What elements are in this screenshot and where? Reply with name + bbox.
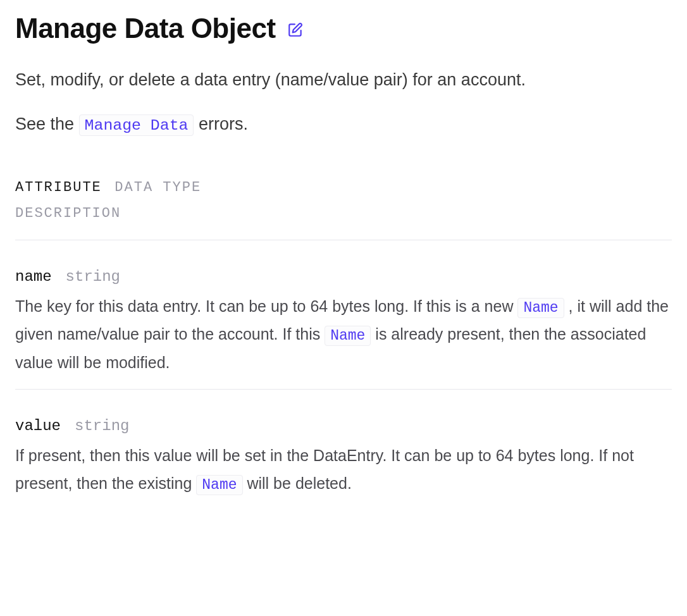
attribute-type: string <box>66 268 120 285</box>
page-title-text: Manage Data Object <box>15 13 276 44</box>
attribute-description: The key for this data entry. It can be u… <box>15 293 672 376</box>
see-errors-line: See the Manage Data errors. <box>15 114 672 134</box>
see-prefix: See the <box>15 114 79 133</box>
text-span: will be deleted. <box>243 474 352 492</box>
doc-container: Manage Data Object Set, modify, or delet… <box>0 0 687 536</box>
attribute-signature: namestring <box>15 268 672 285</box>
attribute-name: name <box>15 268 52 285</box>
edit-icon[interactable] <box>287 22 304 38</box>
page-title: Manage Data Object <box>15 13 672 44</box>
code-token: Name <box>325 326 371 346</box>
attribute-name: value <box>15 417 61 434</box>
attribute-row: valuestringIf present, then this value w… <box>15 417 672 498</box>
col-description: DESCRIPTION <box>15 200 121 227</box>
see-errors-link[interactable]: Manage Data <box>79 114 194 136</box>
code-token: Name <box>517 298 564 318</box>
text-span: The key for this data entry. It can be u… <box>15 297 517 315</box>
divider <box>15 389 672 390</box>
col-data-type: DATA TYPE <box>114 175 201 201</box>
lead-text: Set, modify, or delete a data entry (nam… <box>15 67 672 93</box>
divider <box>15 240 672 240</box>
attribute-row: namestringThe key for this data entry. I… <box>15 268 672 376</box>
attribute-description: If present, then this value will be set … <box>15 442 672 498</box>
table-header: ATTRIBUTE DATA TYPE DESCRIPTION <box>15 175 672 228</box>
col-attribute: ATTRIBUTE <box>15 175 102 201</box>
code-token: Name <box>196 475 242 495</box>
attribute-signature: valuestring <box>15 417 672 434</box>
attributes-list: namestringThe key for this data entry. I… <box>15 268 672 498</box>
attribute-type: string <box>75 417 129 434</box>
see-suffix: errors. <box>194 114 248 133</box>
